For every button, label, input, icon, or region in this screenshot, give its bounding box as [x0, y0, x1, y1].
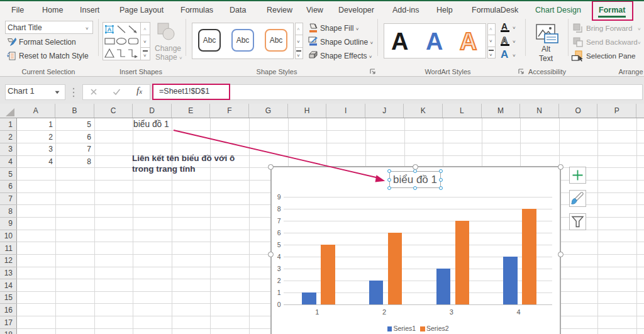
- svg-text:A: A: [108, 26, 112, 33]
